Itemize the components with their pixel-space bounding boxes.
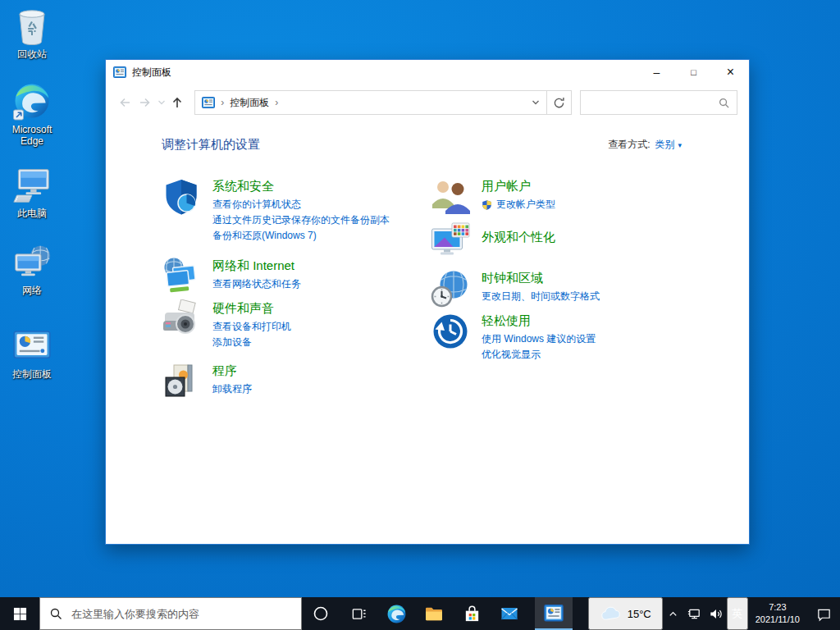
- category-link-change-account-type[interactable]: 更改帐户类型: [482, 197, 555, 212]
- uac-shield-icon: [482, 199, 492, 211]
- view-by-control: 查看方式: 类别 ▾: [608, 138, 682, 152]
- tray-language-indicator[interactable]: 英: [727, 597, 748, 630]
- file-explorer-button[interactable]: [415, 597, 453, 630]
- up-button[interactable]: [167, 92, 188, 113]
- desktop-icon-this-pc[interactable]: 此电脑: [2, 166, 62, 219]
- taskbar-search[interactable]: [39, 597, 302, 630]
- desktop-icon-label: 回收站: [17, 48, 47, 60]
- maximize-button[interactable]: □: [675, 60, 712, 84]
- taskbar-edge-button[interactable]: [377, 597, 415, 630]
- network-icon: [12, 243, 52, 282]
- category-link[interactable]: 查看网络状态和任务: [212, 276, 301, 292]
- breadcrumb-chevron-icon: ›: [275, 97, 278, 108]
- mail-button[interactable]: [491, 597, 528, 630]
- user-accounts-icon[interactable]: [431, 177, 470, 217]
- category-title[interactable]: 用户帐户: [482, 178, 555, 194]
- window-control-panel-icon: [113, 66, 126, 79]
- view-by-label: 查看方式:: [608, 138, 650, 152]
- control-panel-window: 控制面板 – □ ×: [105, 59, 750, 545]
- action-center-button[interactable]: [807, 597, 840, 630]
- category-ease-of-access: 轻松使用 使用 Windows 建议的设置 优化视觉显示: [431, 312, 682, 363]
- programs-icon[interactable]: [162, 362, 201, 401]
- category-link[interactable]: 添加设备: [212, 335, 291, 350]
- minimize-button[interactable]: –: [638, 60, 675, 84]
- taskbar-control-panel-button[interactable]: [535, 597, 573, 630]
- desktop-icon-recycle-bin[interactable]: 回收站: [2, 7, 62, 60]
- address-control-panel-icon: [202, 96, 215, 109]
- category-title[interactable]: 网络和 Internet: [212, 258, 301, 274]
- category-link[interactable]: 通过文件历史记录保存你的文件备份副本: [212, 212, 390, 228]
- control-panel-icon: [12, 326, 52, 366]
- start-button[interactable]: [0, 597, 39, 630]
- desktop-icon-edge[interactable]: Microsoft Edge: [2, 82, 62, 148]
- category-programs: 程序 卸载程序: [162, 362, 431, 401]
- task-view-button[interactable]: [340, 597, 377, 630]
- category-hardware-sound: 硬件和声音 查看设备和打印机 添加设备: [162, 299, 431, 350]
- close-button[interactable]: ×: [712, 60, 749, 84]
- windows-logo-icon: [13, 607, 27, 621]
- microsoft-store-icon: [463, 605, 482, 623]
- category-network-internet: 网络和 Internet 查看网络状态和任务: [162, 257, 431, 296]
- desktop-icon-label: 此电脑: [17, 208, 47, 219]
- category-title[interactable]: 硬件和声音: [212, 300, 291, 317]
- cortana-button[interactable]: [302, 597, 340, 630]
- taskbar-search-input[interactable]: [70, 607, 292, 621]
- category-appearance-personalization: 外观和个性化: [431, 221, 682, 261]
- tray-time: 7:23: [769, 601, 786, 614]
- breadcrumb-chevron-icon: ›: [221, 97, 224, 108]
- desktop-icon-network[interactable]: 网络: [2, 243, 62, 296]
- category-link[interactable]: 使用 Windows 建议的设置: [482, 331, 596, 347]
- this-pc-icon: [12, 166, 52, 205]
- category-title[interactable]: 程序: [212, 363, 252, 379]
- microsoft-store-button[interactable]: [453, 597, 491, 630]
- address-dropdown-caret-icon[interactable]: [532, 99, 540, 106]
- category-link[interactable]: 更改日期、时间或数字格式: [482, 289, 600, 304]
- refresh-button[interactable]: [547, 90, 572, 115]
- category-system-security: 系统和安全 查看你的计算机状态 通过文件历史记录保存你的文件备份副本 备份和还原…: [162, 177, 431, 244]
- desktop-icon-label: Microsoft Edge: [2, 124, 62, 148]
- file-explorer-icon: [424, 604, 444, 623]
- back-button[interactable]: [114, 92, 135, 113]
- category-link[interactable]: 查看设备和打印机: [212, 319, 291, 335]
- tray-network-icon[interactable]: [684, 597, 705, 630]
- tray-date: 2021/11/10: [756, 614, 800, 626]
- breadcrumb-control-panel[interactable]: 控制面板: [230, 96, 269, 110]
- control-panel-home: 调整计算机的设置 查看方式: 类别 ▾: [106, 121, 749, 544]
- tray-clock[interactable]: 7:23 2021/11/10: [748, 597, 807, 630]
- control-panel-search-input[interactable]: [587, 96, 718, 109]
- network-internet-icon[interactable]: [162, 257, 201, 296]
- cortana-icon: [313, 605, 329, 622]
- appearance-personalization-icon[interactable]: [431, 221, 470, 261]
- control-panel-search[interactable]: [580, 90, 737, 115]
- recycle-bin-icon: [12, 7, 52, 46]
- category-title[interactable]: 时钟和区域: [482, 270, 600, 286]
- address-bar[interactable]: › 控制面板 ›: [194, 90, 546, 115]
- search-icon: [718, 97, 730, 109]
- task-view-icon: [351, 606, 367, 622]
- category-title[interactable]: 系统和安全: [212, 178, 390, 194]
- edge-icon: [12, 82, 52, 121]
- category-link[interactable]: 卸载程序: [212, 381, 252, 397]
- cloud-icon: [600, 606, 622, 621]
- category-link[interactable]: 优化视觉显示: [482, 347, 596, 363]
- control-panel-icon: [544, 605, 564, 623]
- clock-region-icon[interactable]: [431, 269, 470, 308]
- desktop-icon-control-panel[interactable]: 控制面板: [2, 326, 62, 380]
- category-link[interactable]: 查看你的计算机状态: [212, 197, 390, 212]
- hardware-sound-icon[interactable]: [162, 299, 201, 339]
- tray-show-hidden-icons-chevron[interactable]: [663, 597, 684, 630]
- category-title[interactable]: 轻松使用: [482, 313, 596, 329]
- view-by-dropdown[interactable]: 类别 ▾: [655, 138, 682, 152]
- tray-volume-icon[interactable]: [705, 597, 727, 630]
- system-security-icon[interactable]: [162, 177, 201, 217]
- category-user-accounts: 用户帐户 更改帐户类型: [431, 177, 682, 217]
- forward-button[interactable]: [135, 92, 155, 113]
- category-title[interactable]: 外观和个性化: [482, 229, 555, 245]
- weather-widget[interactable]: 15°C: [588, 597, 663, 630]
- category-link[interactable]: 备份和还原(Windows 7): [212, 228, 390, 244]
- search-icon: [49, 607, 62, 620]
- edge-icon: [386, 604, 407, 624]
- category-clock-region: 时钟和区域 更改日期、时间或数字格式: [431, 269, 682, 308]
- recent-pages-caret-icon[interactable]: [156, 92, 167, 113]
- ease-of-access-icon[interactable]: [431, 312, 470, 351]
